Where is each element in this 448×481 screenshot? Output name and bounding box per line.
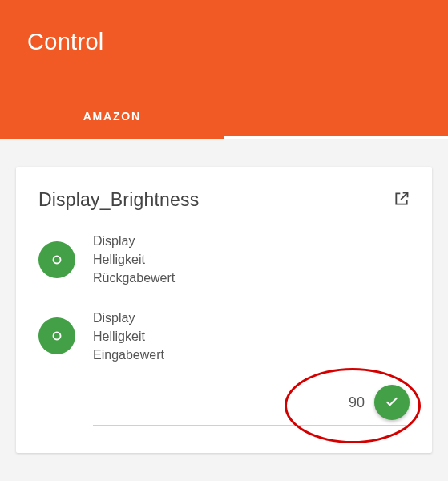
svg-point-1 (54, 333, 61, 340)
open-in-new-icon[interactable] (394, 191, 410, 210)
value-input-row (93, 385, 410, 426)
app-bar: Control AMAZON (0, 0, 448, 139)
confirm-button[interactable] (374, 385, 410, 420)
row-label: Display Helligkeit Rückgabewert (93, 232, 175, 288)
page-title: Control (27, 29, 104, 55)
label-line: Eingabewert (93, 346, 164, 364)
tab-amazon[interactable]: AMAZON (0, 93, 224, 139)
card-title: Display_Brightness (38, 189, 199, 211)
check-icon (384, 394, 400, 412)
brightness-card: Display_Brightness Display Helligkeit Rü… (16, 167, 432, 453)
tab-bar: AMAZON (0, 93, 448, 139)
label-line: Rückgabewert (93, 269, 175, 287)
label-line: Helligkeit (93, 327, 164, 346)
brightness-input[interactable] (317, 394, 365, 411)
row-return-value: Display Helligkeit Rückgabewert (38, 232, 410, 288)
circle-outline-icon (38, 317, 75, 354)
card-header: Display_Brightness (38, 189, 410, 211)
row-label: Display Helligkeit Eingabewert (93, 309, 164, 365)
label-line: Display (93, 309, 164, 327)
label-line: Display (93, 232, 175, 250)
svg-point-0 (54, 256, 61, 263)
label-line: Helligkeit (93, 250, 175, 269)
circle-outline-icon (38, 241, 75, 278)
tab-spacer (224, 93, 449, 139)
row-input-value: Display Helligkeit Eingabewert (38, 309, 410, 365)
